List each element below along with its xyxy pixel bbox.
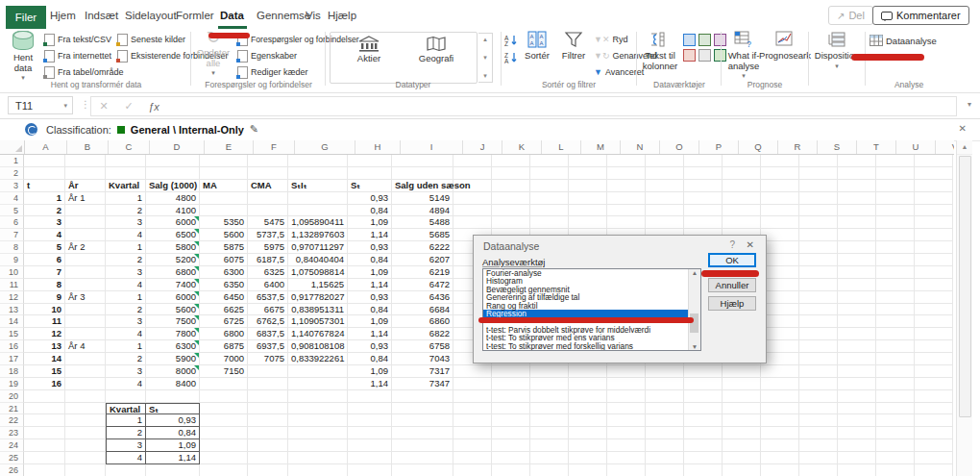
cell[interactable] [65,390,106,403]
cell[interactable] [348,427,392,439]
cell[interactable]: 1 [106,340,146,353]
row-header[interactable]: 5 [0,205,24,217]
cell[interactable] [876,266,915,279]
cell[interactable] [876,155,915,167]
cell[interactable] [761,353,799,365]
cell[interactable]: 5488 [392,216,453,229]
column-header[interactable]: F [254,140,295,154]
cell[interactable] [723,427,761,439]
cell[interactable] [530,155,569,167]
cell[interactable] [799,452,838,464]
consolidate-icon[interactable] [683,49,696,62]
cell[interactable] [530,378,569,390]
cell[interactable]: 4894 [392,205,453,217]
cell[interactable] [915,229,953,241]
cell[interactable] [799,155,838,167]
cell[interactable] [530,414,569,427]
column-header[interactable]: Q [739,140,778,154]
cell[interactable] [915,452,953,464]
cell[interactable] [530,452,569,464]
cell[interactable] [915,464,953,476]
cell[interactable] [453,378,492,390]
cell[interactable] [248,167,288,180]
from-table-range-button[interactable]: Fra tabel/område [44,65,124,79]
column-header[interactable]: P [699,140,739,154]
cell[interactable] [492,452,530,464]
cell[interactable] [723,180,761,192]
cell[interactable] [569,216,607,229]
cell[interactable]: 7500 [146,315,200,328]
cell[interactable] [915,304,953,316]
cell[interactable] [248,192,288,205]
row-header[interactable]: 7 [0,229,24,241]
row-header[interactable]: 12 [0,291,24,304]
cell[interactable]: 1,14 [348,378,392,390]
cell[interactable]: 1 [106,414,146,427]
cell[interactable]: 6 [24,254,65,266]
cell[interactable] [569,403,607,415]
cell[interactable] [492,464,530,476]
cell[interactable] [106,464,146,476]
cell[interactable] [799,378,838,390]
tab-hjem[interactable]: Hjem [50,10,76,21]
cell[interactable] [65,464,106,476]
cell[interactable] [876,340,915,353]
cell[interactable] [200,167,248,180]
cell[interactable] [799,340,838,353]
row-header[interactable]: 23 [0,427,24,439]
cell[interactable] [915,291,953,304]
cell[interactable]: 1,09 [348,315,392,328]
analysis-tool-item[interactable]: t-test: To stikprøver med forskellig var… [483,342,700,350]
cell[interactable]: 6860 [392,315,453,328]
cell[interactable]: 8400 [146,378,200,390]
cell[interactable] [65,315,106,328]
cell[interactable] [348,155,392,167]
cell[interactable] [530,403,569,415]
cell[interactable] [288,439,348,452]
cell[interactable] [288,427,348,439]
cell[interactable] [799,254,838,266]
cell[interactable]: 1 [24,192,65,205]
row-header[interactable]: 19 [0,378,24,390]
cell[interactable] [248,378,288,390]
cell[interactable] [646,452,684,464]
row-header[interactable]: 17 [0,353,24,365]
tab-indsaet[interactable]: Indsæt [85,10,118,21]
cell[interactable] [607,180,646,192]
cell[interactable] [248,390,288,403]
select-all-corner[interactable] [0,140,25,154]
cell[interactable] [248,452,288,464]
cell[interactable] [915,378,953,390]
cell[interactable] [348,464,392,476]
cell[interactable] [288,452,348,464]
row-header[interactable]: 21 [0,403,24,415]
cell[interactable] [761,304,799,316]
cell[interactable]: 4800 [146,192,200,205]
cell[interactable] [646,414,684,427]
insert-function-icon[interactable]: ƒx [141,101,166,113]
cell[interactable] [453,216,492,229]
cell[interactable] [492,439,530,452]
cell[interactable] [106,155,146,167]
text-to-columns-button[interactable]: Tekst til kolonner [639,31,681,71]
cell[interactable]: 1,14 [348,229,392,241]
cell[interactable]: 6684 [392,304,453,316]
cell[interactable]: 0,84 [348,304,392,316]
cell[interactable] [569,192,607,205]
cell[interactable] [761,464,799,476]
cell[interactable] [530,390,569,403]
cell[interactable] [24,167,65,180]
cell[interactable] [876,427,915,439]
cell[interactable]: 14 [24,353,65,365]
cell[interactable]: År 4 [65,340,106,353]
cell[interactable] [392,155,453,167]
cell[interactable] [646,403,684,415]
cell[interactable] [761,205,799,217]
cell[interactable] [530,180,569,192]
cell[interactable]: 8 [24,279,65,291]
cell[interactable] [392,414,453,427]
cell[interactable] [723,452,761,464]
column-header[interactable]: U [896,140,936,154]
cell[interactable]: År 1 [65,192,106,205]
cell[interactable] [392,439,453,452]
